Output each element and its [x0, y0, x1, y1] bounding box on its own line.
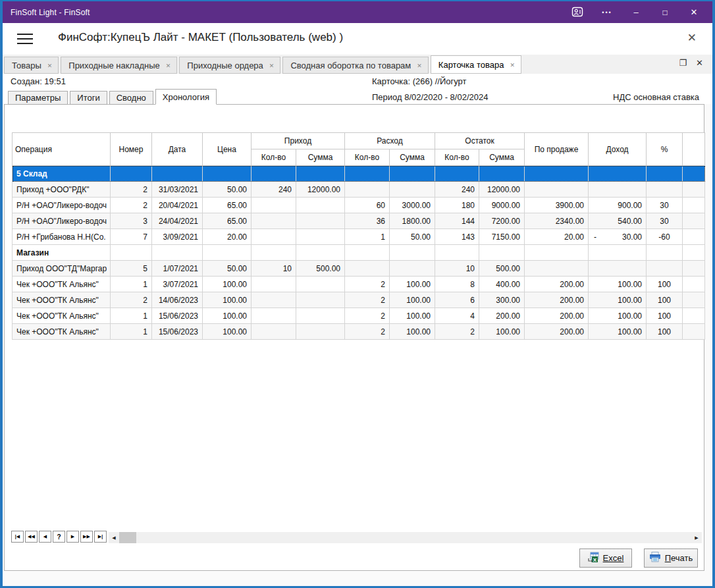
- cell: Р/Н +Грибанова Н.Н(Со.: [13, 229, 111, 245]
- cell: 200.00: [525, 292, 589, 308]
- cell: [111, 166, 152, 182]
- group-row[interactable]: Магазин: [13, 245, 705, 261]
- scroll-right-icon[interactable]: ▶: [691, 532, 702, 543]
- tab-1[interactable]: Приходные накладные✕: [61, 57, 177, 74]
- cell: 12000.00: [479, 182, 525, 198]
- restore-pane-icon[interactable]: ❐: [679, 58, 687, 68]
- scroll-left-icon[interactable]: ◀: [109, 532, 119, 543]
- minimize-icon[interactable]: –: [622, 1, 650, 23]
- cell: [345, 166, 390, 182]
- cell: [345, 182, 390, 198]
- cell: -30.00: [589, 229, 647, 245]
- subtab-3[interactable]: Хронология: [155, 89, 217, 105]
- cell: 200.00: [479, 308, 525, 324]
- col-price[interactable]: Цена: [203, 133, 252, 166]
- col-number[interactable]: Номер: [111, 133, 152, 166]
- cell: 1: [111, 324, 152, 340]
- print-button[interactable]: Печать: [644, 548, 698, 568]
- col-income-sum[interactable]: Сумма: [296, 149, 345, 166]
- cell: [683, 324, 705, 340]
- cell: 50.00: [203, 182, 252, 198]
- tab-3[interactable]: Сводная оборотка по товарам✕: [282, 57, 428, 74]
- cell: 100.00: [390, 292, 435, 308]
- selected-group-row[interactable]: 5 Склад: [13, 166, 705, 182]
- cell: 2: [111, 292, 152, 308]
- table-row[interactable]: Приход +ООО"РДК"231/03/202150.0024012000…: [13, 182, 705, 198]
- table-row[interactable]: Чек +ООО"ТК Альянс"214/06/2023100.002100…: [13, 292, 705, 308]
- nav-button-3[interactable]: ?: [53, 531, 65, 543]
- col-balance[interactable]: Остаток: [435, 133, 525, 149]
- nav-button-1[interactable]: ◀◀: [25, 531, 38, 543]
- cell: 9000.00: [479, 198, 525, 213]
- cell: 7: [111, 229, 152, 245]
- cell: [296, 324, 345, 340]
- cell: [647, 245, 683, 261]
- col-percent[interactable]: %: [647, 133, 683, 166]
- titlebar[interactable]: FinSoft Light - FinSoft ••• – □ ✕: [3, 1, 712, 23]
- nav-button-0[interactable]: |◀: [11, 531, 24, 543]
- col-expense[interactable]: Расход: [345, 133, 435, 149]
- cell: 15/06/2023: [152, 324, 203, 340]
- cell: 300.00: [479, 292, 525, 308]
- people-icon[interactable]: [564, 1, 593, 23]
- col-date[interactable]: Дата: [152, 133, 203, 166]
- table-row[interactable]: Приход ООО"ТД"Маргар51/07/202150.0010500…: [13, 261, 705, 277]
- tab-close-icon[interactable]: ✕: [269, 63, 275, 69]
- nav-button-4[interactable]: ▶: [66, 531, 79, 543]
- close-pane-icon[interactable]: ✕: [696, 58, 703, 68]
- cell: 14/06/2023: [152, 292, 203, 308]
- col-balance-qty[interactable]: Кол-во: [435, 149, 479, 166]
- cell: 2: [345, 292, 390, 308]
- col-expense-sum[interactable]: Сумма: [390, 149, 435, 166]
- nav-button-5[interactable]: ▶▶: [80, 531, 93, 543]
- tab-0[interactable]: Товары✕: [4, 57, 59, 74]
- nav-button-6[interactable]: ▶|: [94, 531, 107, 543]
- tab-2[interactable]: Приходные ордера✕: [179, 57, 280, 74]
- table-row[interactable]: Р/Н +ОАО"Ликеро-водоч324/04/202165.00361…: [13, 213, 705, 229]
- cell: [525, 182, 589, 198]
- cell: [683, 213, 705, 229]
- table-row[interactable]: Р/Н +ОАО"Ликеро-водоч220/04/202165.00603…: [13, 198, 705, 213]
- table-row[interactable]: Чек +ООО"ТК Альянс"115/06/2023100.002100…: [13, 324, 705, 340]
- menu-icon[interactable]: [17, 34, 33, 44]
- tab-close-icon[interactable]: ✕: [510, 62, 515, 68]
- cell: [683, 308, 705, 324]
- table-row[interactable]: Чек +ООО"ТК Альянс"13/07/2021100.002100.…: [13, 277, 705, 292]
- window-close-icon[interactable]: ✕: [679, 1, 708, 23]
- cell: [203, 245, 252, 261]
- cell: 4: [435, 308, 479, 324]
- cell: 31/03/2021: [152, 182, 203, 198]
- subtab-0[interactable]: Параметры: [8, 91, 68, 105]
- tab-close-icon[interactable]: ✕: [166, 63, 171, 69]
- cell: [683, 182, 705, 198]
- cell: [152, 245, 203, 261]
- col-expense-qty[interactable]: Кол-во: [345, 149, 390, 166]
- subtab-1[interactable]: Итоги: [70, 91, 107, 105]
- maximize-icon[interactable]: □: [650, 1, 679, 23]
- cell: [435, 166, 479, 182]
- scrollbar-thumb[interactable]: [119, 532, 136, 543]
- created-label: Создан: 19:51: [11, 76, 66, 86]
- horizontal-scrollbar[interactable]: ◀ ▶: [109, 532, 702, 543]
- col-income[interactable]: Приход: [252, 133, 345, 149]
- table-row[interactable]: Р/Н +Грибанова Н.Н(Со.73/09/202120.00150…: [13, 229, 705, 245]
- col-profit[interactable]: Доход: [589, 133, 647, 166]
- col-income-qty[interactable]: Кол-во: [252, 149, 296, 166]
- cell: [296, 245, 345, 261]
- nav-button-2[interactable]: ◀: [39, 531, 51, 543]
- col-balance-sum[interactable]: Сумма: [479, 149, 525, 166]
- tab-close-icon[interactable]: ✕: [417, 63, 422, 69]
- col-by-sale[interactable]: По продаже: [525, 133, 589, 166]
- col-operation[interactable]: Операция: [13, 133, 111, 166]
- cell: [152, 166, 203, 182]
- tab-4[interactable]: Карточка товара✕: [431, 55, 521, 74]
- cell: Приход ООО"ТД"Маргар: [13, 261, 111, 277]
- history-grid: Операция Номер Дата Цена Приход Расход О…: [12, 132, 705, 340]
- more-options-icon[interactable]: •••: [593, 1, 622, 23]
- cell: [683, 261, 705, 277]
- excel-button[interactable]: X Excel: [579, 548, 632, 568]
- app-close-icon[interactable]: ✕: [687, 31, 697, 45]
- tab-close-icon[interactable]: ✕: [47, 63, 53, 69]
- subtab-2[interactable]: Сводно: [109, 91, 153, 105]
- table-row[interactable]: Чек +ООО"ТК Альянс"115/06/2023100.002100…: [13, 308, 705, 324]
